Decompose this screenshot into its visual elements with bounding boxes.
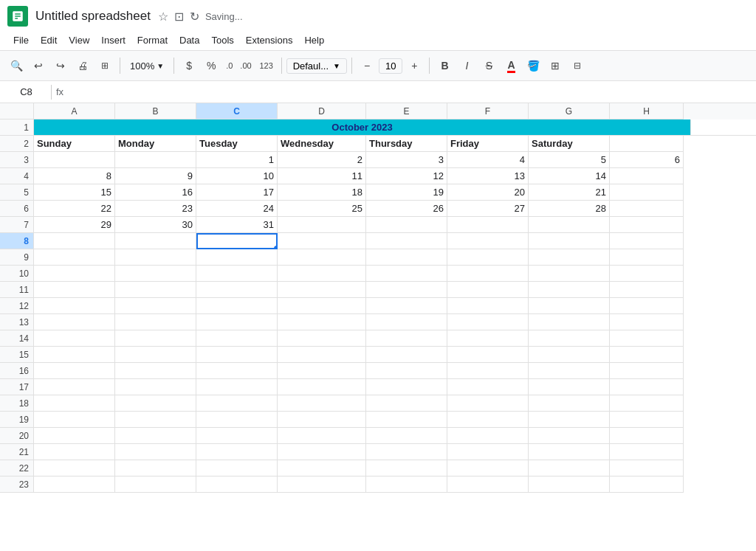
cell-C4[interactable]: 10 (196, 168, 278, 184)
col-header-F[interactable]: F (447, 103, 529, 119)
cell-C10[interactable] (196, 266, 278, 282)
cell-B4[interactable]: 9 (115, 168, 196, 184)
menu-extensions[interactable]: Extensions (240, 32, 299, 48)
redo-button[interactable]: ↪ (50, 55, 71, 76)
row-num-1[interactable]: 1 (0, 119, 34, 136)
cell-D7[interactable] (278, 217, 366, 233)
row-num-23[interactable]: 23 (0, 477, 34, 493)
print-button[interactable]: 🖨 (72, 55, 93, 76)
font-size-decrease-button[interactable]: − (357, 55, 377, 76)
cell-D8[interactable] (278, 233, 366, 249)
row-num-13[interactable]: 13 (0, 314, 34, 330)
cell-D5[interactable]: 18 (278, 184, 366, 201)
cell-F7[interactable] (447, 217, 529, 233)
cell-F10[interactable] (447, 266, 529, 282)
cell-G6[interactable]: 28 (529, 201, 610, 217)
cell-E2[interactable]: Thursday (366, 136, 447, 152)
cell-C2[interactable]: Tuesday (196, 136, 278, 152)
doc-title[interactable]: Untitled spreadsheet (35, 9, 151, 24)
row-num-12[interactable]: 12 (0, 298, 34, 314)
cell-H10[interactable] (610, 266, 684, 282)
row-num-22[interactable]: 22 (0, 460, 34, 477)
star-icon[interactable]: ☆ (158, 10, 168, 24)
cell-H4[interactable] (610, 168, 684, 184)
cell-reference-input[interactable]: C8 (6, 86, 47, 97)
row-num-21[interactable]: 21 (0, 444, 34, 460)
row-num-6[interactable]: 6 (0, 201, 34, 217)
row-num-19[interactable]: 19 (0, 412, 34, 428)
cell-F5[interactable]: 20 (447, 184, 529, 201)
row-num-7[interactable]: 7 (0, 217, 34, 233)
cell-C5[interactable]: 17 (196, 184, 278, 201)
percent-button[interactable]: % (201, 55, 221, 76)
decimal-dec-button[interactable]: .00 (237, 55, 254, 76)
decimal-inc-button[interactable]: .0 (223, 55, 236, 76)
cell-G2[interactable]: Saturday (529, 136, 610, 152)
menu-tools[interactable]: Tools (205, 32, 239, 48)
cell-F9[interactable] (447, 249, 529, 266)
menu-view[interactable]: View (63, 32, 95, 48)
formula-input[interactable] (66, 86, 750, 97)
cell-H3[interactable]: 6 (610, 152, 684, 168)
row-num-16[interactable]: 16 (0, 363, 34, 379)
row-num-18[interactable]: 18 (0, 395, 34, 412)
cell-G4[interactable]: 14 (529, 168, 610, 184)
menu-file[interactable]: File (7, 32, 35, 48)
row-num-15[interactable]: 15 (0, 347, 34, 363)
cell-F3[interactable]: 4 (447, 152, 529, 168)
menu-insert[interactable]: Insert (95, 32, 131, 48)
format-number-button[interactable]: 123 (256, 55, 277, 76)
cell-E7[interactable] (366, 217, 447, 233)
cell-B10[interactable] (115, 266, 196, 282)
cell-H5[interactable] (610, 184, 684, 201)
cell-B9[interactable] (115, 249, 196, 266)
bold-button[interactable]: B (434, 55, 455, 76)
menu-edit[interactable]: Edit (35, 32, 63, 48)
cell-A1[interactable]: October 2023 (34, 119, 691, 136)
cell-A2[interactable]: Sunday (34, 136, 115, 152)
search-icon[interactable]: 🔍 (6, 55, 27, 76)
font-size-increase-button[interactable]: + (404, 55, 425, 76)
cell-D9[interactable] (278, 249, 366, 266)
cell-C6[interactable]: 24 (196, 201, 278, 217)
cell-G10[interactable] (529, 266, 610, 282)
cell-H7[interactable] (610, 217, 684, 233)
cell-A5[interactable]: 15 (34, 184, 115, 201)
currency-button[interactable]: $ (179, 55, 199, 76)
cell-F4[interactable]: 13 (447, 168, 529, 184)
cell-E3[interactable]: 3 (366, 152, 447, 168)
fill-color-button[interactable]: 🪣 (523, 55, 543, 76)
row-num-5[interactable]: 5 (0, 184, 34, 201)
col-header-A[interactable]: A (34, 103, 115, 119)
cell-G5[interactable]: 21 (529, 184, 610, 201)
row-num-8[interactable]: 8 (0, 233, 34, 249)
cell-G8[interactable] (529, 233, 610, 249)
cell-C3[interactable]: 1 (196, 152, 278, 168)
cell-F6[interactable]: 27 (447, 201, 529, 217)
col-header-E[interactable]: E (366, 103, 447, 119)
cell-A8[interactable] (34, 233, 115, 249)
cell-E8[interactable] (366, 233, 447, 249)
cell-B7[interactable]: 30 (115, 217, 196, 233)
cell-D4[interactable]: 11 (278, 168, 366, 184)
cell-A10[interactable] (34, 266, 115, 282)
cell-B8[interactable] (115, 233, 196, 249)
cell-D6[interactable]: 25 (278, 201, 366, 217)
zoom-control[interactable]: 100% ▼ (125, 58, 169, 74)
cell-C8[interactable] (196, 233, 278, 249)
cell-E9[interactable] (366, 249, 447, 266)
col-header-H[interactable]: H (610, 103, 684, 119)
cell-D3[interactable]: 2 (278, 152, 366, 168)
row-num-3[interactable]: 3 (0, 152, 34, 168)
cell-F8[interactable] (447, 233, 529, 249)
strikethrough-button[interactable]: S (478, 55, 499, 76)
row-num-10[interactable]: 10 (0, 266, 34, 282)
cell-A6[interactable]: 22 (34, 201, 115, 217)
spellcheck-button[interactable]: ⊞ (94, 55, 115, 76)
row-num-17[interactable]: 17 (0, 379, 34, 395)
cell-A7[interactable]: 29 (34, 217, 115, 233)
cell-B3[interactable] (115, 152, 196, 168)
cell-E10[interactable] (366, 266, 447, 282)
cell-C9[interactable] (196, 249, 278, 266)
menu-help[interactable]: Help (298, 32, 330, 48)
